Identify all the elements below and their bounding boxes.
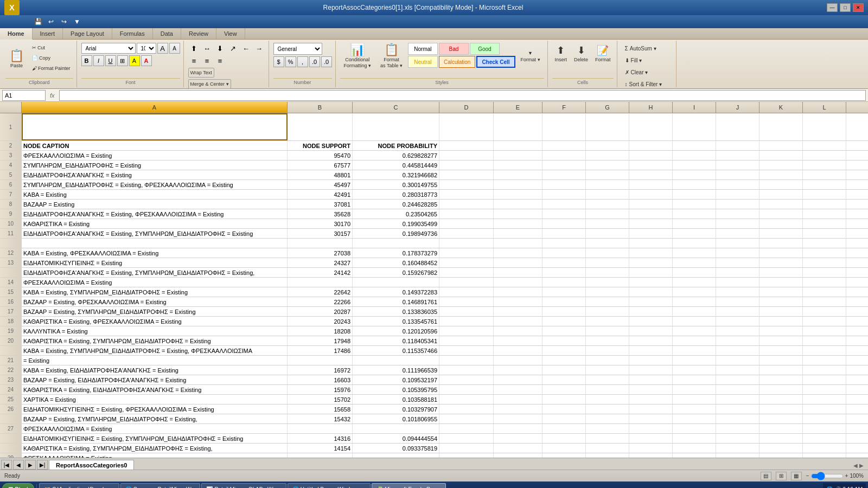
cell[interactable]: ΒΑΖΑΑΡ = Existing bbox=[22, 200, 288, 209]
style-check-cell[interactable]: Check Cell bbox=[476, 56, 515, 68]
cell[interactable] bbox=[439, 356, 494, 365]
cell[interactable] bbox=[586, 297, 629, 306]
paste-button[interactable]: 📋 Paste bbox=[5, 43, 28, 75]
cell[interactable] bbox=[716, 336, 760, 345]
style-calculation[interactable]: Calculation bbox=[439, 56, 475, 68]
minimize-button[interactable]: — bbox=[827, 3, 838, 12]
cell[interactable] bbox=[760, 346, 803, 355]
cell[interactable] bbox=[494, 268, 542, 277]
cell[interactable] bbox=[494, 209, 542, 219]
cell[interactable] bbox=[586, 307, 629, 316]
cell[interactable] bbox=[439, 141, 494, 150]
cell[interactable]: ΕΙΔΗΔΙΑΤΡΟΦΗΣΑ'ΑΝΑΓΚΗΣ = Existing, ΣΥΜΠΛ… bbox=[22, 229, 288, 238]
sheet-nav-last[interactable]: ▶| bbox=[37, 460, 48, 470]
cell[interactable] bbox=[760, 395, 803, 404]
cell[interactable]: ΕΙΔΗΑΤΟΜΙΚΗΣΥΓΙΕΙΝΗΣ = Existing, ΣΥΜΠΛΗΡ… bbox=[22, 434, 288, 443]
cell[interactable] bbox=[439, 170, 494, 179]
tab-formulas[interactable]: Formulas bbox=[112, 28, 153, 39]
cell[interactable] bbox=[439, 239, 494, 248]
cell[interactable] bbox=[673, 336, 716, 345]
cell[interactable] bbox=[439, 268, 494, 277]
cell[interactable] bbox=[439, 287, 494, 297]
cell[interactable] bbox=[629, 209, 673, 219]
col-header-k[interactable]: K bbox=[760, 102, 803, 113]
cell[interactable] bbox=[439, 365, 494, 375]
cell[interactable] bbox=[716, 151, 760, 160]
cell[interactable] bbox=[760, 317, 803, 326]
cell[interactable] bbox=[760, 365, 803, 375]
cell[interactable] bbox=[803, 200, 846, 209]
cell[interactable] bbox=[542, 395, 586, 404]
cell[interactable] bbox=[716, 307, 760, 316]
cell[interactable] bbox=[439, 444, 494, 453]
cell[interactable] bbox=[439, 336, 494, 345]
page-layout-view-button[interactable]: ⊞ bbox=[776, 472, 787, 480]
cell[interactable]: 16603 bbox=[288, 375, 353, 384]
cell[interactable]: NODE SUPPORT bbox=[288, 141, 353, 150]
col-header-a[interactable]: A bbox=[22, 102, 288, 113]
cell[interactable] bbox=[673, 219, 716, 228]
cell[interactable] bbox=[629, 200, 673, 209]
col-header-c[interactable]: C bbox=[353, 102, 439, 113]
cell[interactable] bbox=[716, 180, 760, 189]
cell[interactable]: 15658 bbox=[288, 404, 353, 414]
cell[interactable] bbox=[542, 453, 586, 458]
increase-font-button[interactable]: A bbox=[157, 43, 168, 54]
cell[interactable] bbox=[542, 375, 586, 384]
cell[interactable] bbox=[439, 229, 494, 238]
cell[interactable]: 30157 bbox=[288, 229, 353, 238]
cell[interactable]: 0.199035499 bbox=[353, 219, 439, 228]
cell[interactable] bbox=[586, 170, 629, 179]
cell[interactable] bbox=[629, 141, 673, 150]
cell[interactable] bbox=[494, 190, 542, 199]
cell[interactable] bbox=[494, 326, 542, 336]
cell[interactable] bbox=[803, 229, 846, 238]
cell[interactable] bbox=[586, 365, 629, 375]
cell[interactable] bbox=[673, 297, 716, 306]
cell[interactable] bbox=[494, 248, 542, 258]
decrease-decimal-button[interactable]: .0 bbox=[321, 56, 332, 67]
cell[interactable] bbox=[673, 346, 716, 355]
autosum-button[interactable]: Σ AutoSum ▾ bbox=[622, 43, 660, 54]
cell[interactable]: ΚΑΘΑΡΙΣΤΙΚΑ = Existing, ΕΙΔΗΔΙΑΤΡΟΦΗΣΑ'Α… bbox=[22, 385, 288, 394]
cell[interactable] bbox=[439, 307, 494, 316]
tab-view[interactable]: View bbox=[216, 28, 245, 39]
cell[interactable] bbox=[716, 287, 760, 297]
cell[interactable]: ΕΙΔΗΔΙΑΤΡΟΦΗΣΑ'ΑΝΑΓΚΗΣ = Existing, ΣΥΜΠΛ… bbox=[22, 268, 288, 277]
cell[interactable] bbox=[586, 395, 629, 404]
page-break-view-button[interactable]: ▦ bbox=[791, 472, 802, 480]
cell[interactable] bbox=[803, 297, 846, 306]
cell[interactable] bbox=[760, 180, 803, 189]
taskbar-btn-4[interactable]: 📗 Microsoft Excel - Rep... bbox=[372, 483, 445, 488]
col-header-g[interactable]: G bbox=[586, 102, 629, 113]
cell[interactable]: ΒΑΖΑΑΡ = Existing, ΕΙΔΗΔΙΑΤΡΟΦΗΣΑ'ΑΝΑΓΚΗ… bbox=[22, 375, 288, 384]
cell[interactable]: 22266 bbox=[288, 297, 353, 306]
cell[interactable] bbox=[716, 297, 760, 306]
cell[interactable] bbox=[803, 278, 846, 287]
cell[interactable] bbox=[673, 160, 716, 170]
increase-decimal-button[interactable]: .0 bbox=[309, 56, 320, 67]
cell[interactable] bbox=[586, 287, 629, 297]
cell[interactable] bbox=[439, 346, 494, 355]
cell[interactable] bbox=[803, 414, 846, 423]
cell[interactable] bbox=[439, 385, 494, 394]
cell[interactable] bbox=[803, 317, 846, 326]
cell[interactable]: 16972 bbox=[288, 365, 353, 375]
cell[interactable] bbox=[439, 160, 494, 170]
sheet-nav-prev[interactable]: ◀ bbox=[13, 460, 24, 470]
cell[interactable]: ΦΡΕΣΚΑΑΛΛΟΙΩΣΙΜΑ = Existing bbox=[22, 424, 288, 433]
cell[interactable] bbox=[439, 190, 494, 199]
cell[interactable]: ΒΑΖΑΑΡ = Existing, ΣΥΜΠΛΗΡΩΜ_ΕΙΔΗΔΙΑΤΡΟΦ… bbox=[22, 307, 288, 316]
cell[interactable] bbox=[542, 278, 586, 287]
cell[interactable] bbox=[803, 248, 846, 258]
cell[interactable] bbox=[803, 346, 846, 355]
cell[interactable]: ΚΑΒΑ = Existing, ΣΥΜΠΛΗΡΩΜ_ΕΙΔΗΔΙΑΤΡΟΦΗΣ… bbox=[22, 346, 288, 355]
cell[interactable] bbox=[803, 444, 846, 453]
insert-cells-button[interactable]: ⬆ Insert bbox=[552, 43, 570, 64]
cell[interactable] bbox=[760, 385, 803, 394]
cell[interactable] bbox=[716, 248, 760, 258]
cell[interactable]: 0.160488452 bbox=[353, 258, 439, 267]
cell[interactable] bbox=[673, 404, 716, 414]
cell[interactable] bbox=[803, 434, 846, 443]
cell[interactable] bbox=[629, 424, 673, 433]
